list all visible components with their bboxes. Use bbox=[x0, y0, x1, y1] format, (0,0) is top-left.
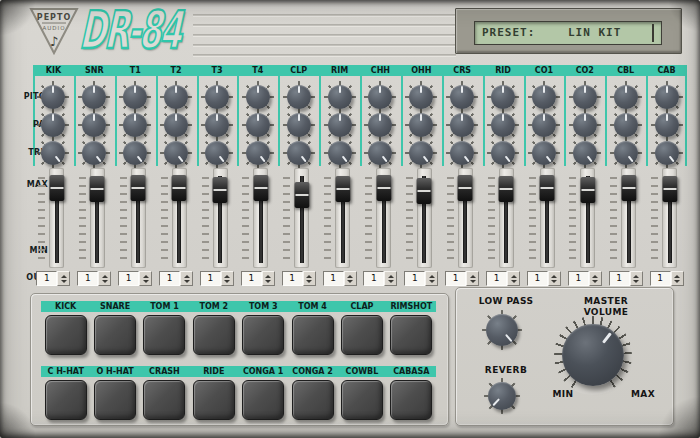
knob-pan-rid[interactable] bbox=[491, 113, 515, 137]
knob-pitch-t3[interactable] bbox=[205, 85, 229, 109]
fader-track-rim[interactable] bbox=[335, 168, 350, 268]
knob-pitch-clp[interactable] bbox=[287, 85, 311, 109]
fader-handle-cab[interactable] bbox=[662, 176, 677, 202]
fader-handle-co2[interactable] bbox=[580, 177, 595, 203]
knob-trim-chh[interactable] bbox=[368, 141, 392, 165]
out-value-clp[interactable]: 1 bbox=[282, 271, 303, 286]
knob-pitch-kik[interactable] bbox=[41, 85, 65, 109]
out-value-cab[interactable]: 1 bbox=[650, 271, 671, 286]
out-stepper-kik[interactable] bbox=[57, 271, 70, 286]
out-value-snr[interactable]: 1 bbox=[77, 271, 98, 286]
fader-track-t1[interactable] bbox=[131, 168, 146, 268]
fader-track-crs[interactable] bbox=[458, 168, 473, 268]
out-value-co2[interactable]: 1 bbox=[568, 271, 589, 286]
knob-pan-co1[interactable] bbox=[532, 113, 556, 137]
knob-pan-t4[interactable] bbox=[246, 113, 270, 137]
out-value-cbl[interactable]: 1 bbox=[609, 271, 630, 286]
knob-pitch-t4[interactable] bbox=[246, 85, 270, 109]
out-stepper-snr[interactable] bbox=[98, 271, 111, 286]
out-value-t2[interactable]: 1 bbox=[159, 271, 180, 286]
knob-trim-co1[interactable] bbox=[532, 141, 556, 165]
out-value-t3[interactable]: 1 bbox=[200, 271, 221, 286]
knob-pan-kik[interactable] bbox=[41, 113, 65, 137]
fader-track-ohh[interactable] bbox=[417, 168, 432, 268]
pad-snare[interactable] bbox=[94, 315, 136, 355]
out-stepper-rid[interactable] bbox=[507, 271, 520, 286]
pad-tom-3[interactable] bbox=[242, 315, 284, 355]
fader-track-chh[interactable] bbox=[376, 168, 391, 268]
knob-trim-crs[interactable] bbox=[450, 141, 474, 165]
preset-display[interactable]: PRESET: LIN KIT bbox=[474, 21, 662, 45]
out-value-crs[interactable]: 1 bbox=[445, 271, 466, 286]
fader-handle-crs[interactable] bbox=[458, 175, 473, 201]
knob-trim-rid[interactable] bbox=[491, 141, 515, 165]
fader-track-cbl[interactable] bbox=[621, 168, 636, 268]
knob-trim-ohh[interactable] bbox=[409, 141, 433, 165]
fader-handle-rid[interactable] bbox=[499, 176, 514, 202]
fader-track-kik[interactable] bbox=[49, 168, 64, 268]
out-stepper-ohh[interactable] bbox=[425, 271, 438, 286]
out-value-chh[interactable]: 1 bbox=[363, 271, 384, 286]
fader-handle-t3[interactable] bbox=[213, 177, 228, 203]
pad-c-h-hat[interactable] bbox=[45, 380, 87, 420]
fader-handle-cbl[interactable] bbox=[621, 175, 636, 201]
knob-pan-t1[interactable] bbox=[123, 113, 147, 137]
knob-pan-rim[interactable] bbox=[328, 113, 352, 137]
pad-o-h-hat[interactable] bbox=[94, 380, 136, 420]
knob-pitch-crs[interactable] bbox=[450, 85, 474, 109]
pad-kick[interactable] bbox=[45, 315, 87, 355]
pad-clap[interactable] bbox=[341, 315, 383, 355]
fader-handle-clp[interactable] bbox=[294, 182, 309, 208]
out-stepper-clp[interactable] bbox=[303, 271, 316, 286]
fader-handle-t4[interactable] bbox=[253, 175, 268, 201]
knob-pitch-rim[interactable] bbox=[328, 85, 352, 109]
out-stepper-t3[interactable] bbox=[221, 271, 234, 286]
fader-track-cab[interactable] bbox=[662, 168, 677, 268]
knob-pitch-t1[interactable] bbox=[123, 85, 147, 109]
knob-pitch-t2[interactable] bbox=[164, 85, 188, 109]
out-value-ohh[interactable]: 1 bbox=[404, 271, 425, 286]
knob-pitch-cab[interactable] bbox=[655, 85, 679, 109]
knob-trim-t2[interactable] bbox=[164, 141, 188, 165]
fader-handle-co1[interactable] bbox=[540, 175, 555, 201]
knob-pan-crs[interactable] bbox=[450, 113, 474, 137]
pad-conga-1[interactable] bbox=[242, 380, 284, 420]
knob-pan-cbl[interactable] bbox=[614, 113, 638, 137]
out-value-co1[interactable]: 1 bbox=[527, 271, 548, 286]
fader-track-t4[interactable] bbox=[253, 168, 268, 268]
master-volume-knob[interactable] bbox=[562, 324, 624, 386]
fader-handle-kik[interactable] bbox=[49, 175, 64, 201]
out-stepper-cbl[interactable] bbox=[630, 271, 643, 286]
knob-pitch-cbl[interactable] bbox=[614, 85, 638, 109]
fader-track-rid[interactable] bbox=[499, 168, 514, 268]
knob-trim-cab[interactable] bbox=[655, 141, 679, 165]
out-stepper-co2[interactable] bbox=[589, 271, 602, 286]
pad-tom-1[interactable] bbox=[143, 315, 185, 355]
knob-pan-t3[interactable] bbox=[205, 113, 229, 137]
out-stepper-rim[interactable] bbox=[344, 271, 357, 286]
out-stepper-co1[interactable] bbox=[548, 271, 561, 286]
fader-track-t2[interactable] bbox=[172, 168, 187, 268]
knob-pitch-snr[interactable] bbox=[82, 85, 106, 109]
knob-trim-clp[interactable] bbox=[287, 141, 311, 165]
knob-pan-co2[interactable] bbox=[573, 113, 597, 137]
out-value-kik[interactable]: 1 bbox=[36, 271, 57, 286]
fader-handle-chh[interactable] bbox=[376, 175, 391, 201]
knob-pitch-chh[interactable] bbox=[368, 85, 392, 109]
out-stepper-t4[interactable] bbox=[262, 271, 275, 286]
pad-crash[interactable] bbox=[143, 380, 185, 420]
fader-track-clp[interactable] bbox=[294, 168, 309, 268]
out-value-t4[interactable]: 1 bbox=[241, 271, 262, 286]
out-value-rid[interactable]: 1 bbox=[486, 271, 507, 286]
fader-track-snr[interactable] bbox=[90, 168, 105, 268]
out-value-t1[interactable]: 1 bbox=[118, 271, 139, 286]
knob-trim-kik[interactable] bbox=[41, 141, 65, 165]
knob-trim-t1[interactable] bbox=[123, 141, 147, 165]
knob-pan-clp[interactable] bbox=[287, 113, 311, 137]
pad-cowbl[interactable] bbox=[341, 380, 383, 420]
out-value-rim[interactable]: 1 bbox=[323, 271, 344, 286]
out-stepper-cab[interactable] bbox=[671, 271, 684, 286]
knob-trim-rim[interactable] bbox=[328, 141, 352, 165]
knob-pitch-co2[interactable] bbox=[573, 85, 597, 109]
knob-pan-t2[interactable] bbox=[164, 113, 188, 137]
